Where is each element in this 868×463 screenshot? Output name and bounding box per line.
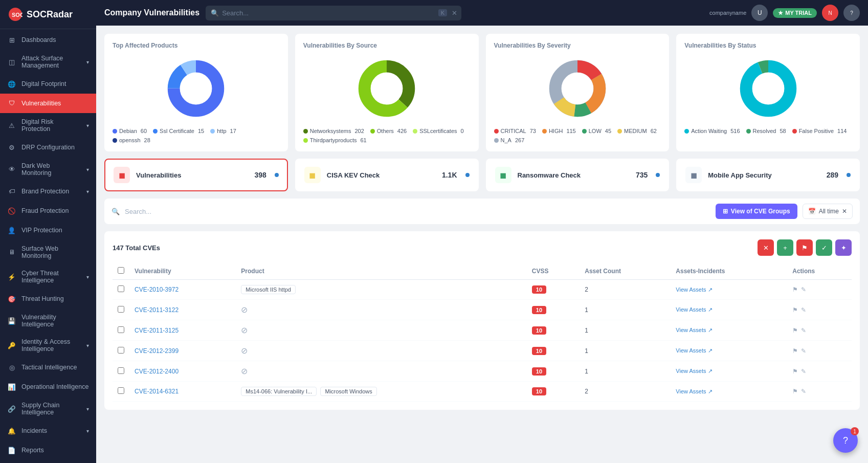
sidebar-item-cyber-threat[interactable]: ⚡ Cyber Threat Intelligence ▾ [0,264,96,289]
view-assets-link[interactable]: View Assets ↗ [676,306,782,313]
edit-action[interactable]: ✎ [801,388,806,395]
search-close-icon[interactable]: ✕ [452,9,457,17]
sidebar-item-digital-risk[interactable]: ⚠ Digital Risk Protection ▾ [0,113,96,138]
by-severity-legend: CRITICAL 73 HIGH 115 LOW 45 [494,128,661,143]
sidebar-item-digital-footprint[interactable]: 🌐 Digital Footprint [0,74,96,94]
sidebar-item-vuln-intel[interactable]: 💾 Vulnerability Intelligence [0,308,96,333]
table-header: 147 Total CVEs ✕ + ⚑ ✓ ✦ [113,239,852,256]
sidebar-label: Threat Hunting [21,295,89,302]
select-all-checkbox[interactable] [118,267,124,274]
view-assets-link[interactable]: View Assets ↗ [676,327,782,334]
sidebar-item-threat-hunting[interactable]: 🎯 Threat Hunting [0,289,96,308]
grid-icon: ⊞ [7,35,16,45]
no-product: ⊘ [241,326,248,335]
cvss-cell: 10 [527,280,580,300]
edit-action[interactable]: ✎ [801,306,806,314]
tab-dot [465,173,470,177]
sidebar-item-vulnerabilities[interactable]: 🛡 Vulnerabilities [0,94,96,113]
cve-id-cell: CVE-2010-3972 [129,280,236,300]
view-assets-link[interactable]: View Assets ↗ [676,368,782,374]
view-assets-link[interactable]: View Assets ↗ [676,388,782,395]
tab-cisa-kev[interactable]: ◼ CISA KEV Check 1.1K [295,159,479,191]
row-checkbox[interactable] [118,347,124,354]
sidebar-item-identity-access[interactable]: 🔑 Identity & Access Intelligence ▾ [0,333,96,358]
view-assets-link[interactable]: View Assets ↗ [676,286,782,293]
row-actions: ⚑ ✎ [792,388,847,395]
row-checkbox[interactable] [118,326,124,333]
edit-action[interactable]: ✎ [801,286,806,293]
flag-action[interactable]: ⚑ [792,306,798,314]
legend-label: Networksystems [310,128,351,134]
edit-action[interactable]: ✎ [801,368,806,375]
action-icon-purple[interactable]: ✦ [835,239,852,256]
sidebar-label: Cyber Threat Intelligence [21,270,81,284]
calendar-icon: 📅 [808,208,816,215]
sidebar-item-operational-intel[interactable]: 📊 Operational Intelligence [0,377,96,396]
help-avatar[interactable]: ? [843,5,860,21]
filter-search-input[interactable] [125,208,710,215]
col-vulnerability: Vulnerability [129,263,236,280]
sidebar-item-attack-surface[interactable]: ◫ Attack Surface Management ▾ [0,50,96,74]
row-checkbox[interactable] [118,285,124,292]
cve-link[interactable]: CVE-2014-6321 [135,388,179,395]
sidebar-item-vip-protection[interactable]: 👤 VIP Protection [0,221,96,240]
tab-ransomware[interactable]: ◼ Ransomware Check 735 [486,159,670,191]
flag-action[interactable]: ⚑ [792,347,798,355]
chat-button[interactable]: ? 1 [833,428,858,453]
cvss-badge: 10 [532,347,546,355]
product-cell: Ms14-066: Vulnerability I... Microsoft W… [236,382,527,402]
tab-mobile-app[interactable]: ◼ Mobile App Security 289 [676,159,860,191]
row-checkbox[interactable] [118,367,124,374]
action-icon-red[interactable]: ✕ [758,239,774,256]
search-input[interactable] [206,6,461,20]
sidebar-item-settings[interactable]: ⚙ Settings ▾ [0,460,96,463]
legend-dot [303,129,308,134]
cve-link[interactable]: CVE-2010-3972 [135,286,179,293]
row-checkbox[interactable] [118,387,124,394]
notification-avatar[interactable]: N [822,5,838,21]
action-icon-green[interactable]: + [777,239,793,256]
edit-action[interactable]: ✎ [801,347,806,355]
view-assets-link[interactable]: View Assets ↗ [676,347,782,354]
sidebar-item-supply-chain[interactable]: 🔗 Supply Chain Intelligence ▾ [0,396,96,421]
svg-point-11 [371,73,403,104]
legend-item: Resolved 58 [746,128,786,134]
sidebar-item-surface-web[interactable]: 🖥 Surface Web Monitoring [0,240,96,264]
row-checkbox[interactable] [118,306,124,313]
date-filter[interactable]: 📅 All time ✕ [803,204,853,219]
close-date-icon[interactable]: ✕ [842,208,847,215]
by-status-legend: Action Waiting 516 Resolved 58 False Pos… [684,128,852,134]
row-actions: ⚑ ✎ [792,327,847,334]
row-checkbox-cell [113,320,129,341]
cvss-badge: 10 [532,285,546,294]
trial-badge[interactable]: ★ MY TRIAL [773,8,817,18]
sidebar-item-dark-web[interactable]: 👁 Dark Web Monitoring ▾ [0,157,96,182]
cisa-icon: ◼ [309,170,316,180]
cve-link[interactable]: CVE-2011-3125 [135,327,179,334]
view-cve-groups-button[interactable]: ⊞ View of CVE Groups [716,204,797,219]
sidebar-item-reports[interactable]: 📄 Reports [0,440,96,460]
tab-vulnerabilities-icon: ◼ [114,167,130,183]
action-icon-flag[interactable]: ⚑ [796,239,813,256]
sidebar-item-tactical-intel[interactable]: ◎ Tactical Intelligence [0,358,96,377]
legend-dot [494,129,499,134]
edit-action[interactable]: ✎ [801,327,806,334]
tab-vulnerabilities[interactable]: ◼ Vulnerabilities 398 [104,159,288,191]
sidebar-item-brand-protection[interactable]: 🏷 Brand Protection ▾ [0,182,96,201]
cve-link[interactable]: CVE-2012-2399 [135,347,179,355]
flag-action[interactable]: ⚑ [792,286,798,293]
flag-action[interactable]: ⚑ [792,388,798,395]
cve-link[interactable]: CVE-2012-2400 [135,368,179,375]
cve-link[interactable]: CVE-2011-3122 [135,306,179,314]
flag-action[interactable]: ⚑ [792,368,798,375]
no-product: ⊘ [241,305,248,314]
flag-action[interactable]: ⚑ [792,327,798,334]
action-icon-check[interactable]: ✓ [816,239,832,256]
sidebar-item-drp-config[interactable]: ⚙ DRP Configuration [0,138,96,157]
sidebar-item-fraud-protection[interactable]: 🚫 Fraud Protection [0,201,96,221]
key-icon: 🔑 [7,341,16,350]
sidebar-item-incidents[interactable]: 🔔 Incidents ▾ [0,421,96,440]
sidebar-item-dashboards[interactable]: ⊞ Dashboards [0,30,96,50]
ban-icon: 🚫 [7,206,16,215]
svg-point-17 [562,73,593,104]
